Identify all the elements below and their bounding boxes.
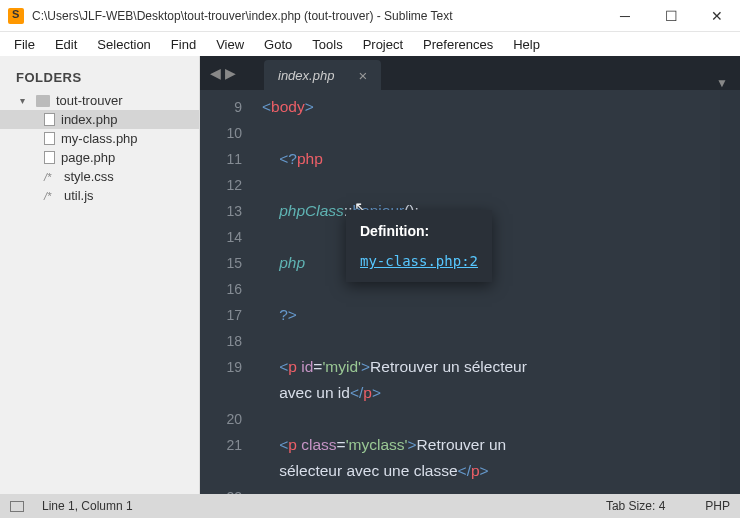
titlebar: C:\Users\JLF-WEB\Desktop\tout-trouver\in… bbox=[0, 0, 740, 32]
status-tabsize[interactable]: Tab Size: 4 bbox=[606, 499, 665, 513]
line-num: 11 bbox=[200, 146, 242, 172]
code-file-icon: /* bbox=[44, 190, 58, 202]
chevron-down-icon: ▾ bbox=[20, 95, 30, 106]
line-num: 9 bbox=[200, 94, 242, 120]
window-title: C:\Users\JLF-WEB\Desktop\tout-trouver\in… bbox=[32, 9, 602, 23]
line-num: 10 bbox=[200, 120, 242, 146]
tab-menu-icon[interactable]: ▼ bbox=[716, 76, 728, 90]
code-content[interactable]: <body> <?php phpClass::bonjour(); php ()… bbox=[254, 90, 740, 494]
line-num: 16 bbox=[200, 276, 242, 302]
tree-file-myclass[interactable]: my-class.php bbox=[0, 129, 199, 148]
folder-label: tout-trouver bbox=[56, 93, 122, 108]
menubar: File Edit Selection Find View Goto Tools… bbox=[0, 32, 740, 56]
tree-file-page[interactable]: page.php bbox=[0, 148, 199, 167]
line-num: 13 bbox=[200, 198, 242, 224]
status-language[interactable]: PHP bbox=[705, 499, 730, 513]
code-area[interactable]: 9 10 11 12 13 14 15 16 17 18 19 20 21 22… bbox=[200, 90, 740, 494]
file-icon bbox=[44, 132, 55, 145]
line-num: 20 bbox=[200, 406, 242, 432]
tab-index[interactable]: index.php × bbox=[264, 60, 381, 90]
status-position[interactable]: Line 1, Column 1 bbox=[42, 499, 566, 513]
close-button[interactable]: ✕ bbox=[694, 0, 740, 32]
window-controls: ─ ☐ ✕ bbox=[602, 0, 740, 32]
tabbar: ◀ ▶ index.php × ▼ bbox=[200, 56, 740, 90]
tree-file-util[interactable]: /* util.js bbox=[0, 186, 199, 205]
file-icon bbox=[44, 113, 55, 126]
maximize-button[interactable]: ☐ bbox=[648, 0, 694, 32]
menu-preferences[interactable]: Preferences bbox=[413, 35, 503, 54]
sidebar-header: FOLDERS bbox=[0, 64, 199, 91]
tab-forward-icon[interactable]: ▶ bbox=[225, 65, 236, 81]
tooltip-title: Definition: bbox=[360, 218, 478, 244]
line-num: 15 bbox=[200, 250, 242, 276]
tree-file-index[interactable]: index.php bbox=[0, 110, 199, 129]
menu-help[interactable]: Help bbox=[503, 35, 550, 54]
file-label: page.php bbox=[61, 150, 115, 165]
line-num: 18 bbox=[200, 328, 242, 354]
file-label: my-class.php bbox=[61, 131, 138, 146]
tree-folder-root[interactable]: ▾ tout-trouver bbox=[0, 91, 199, 110]
file-label: index.php bbox=[61, 112, 117, 127]
tab-back-icon[interactable]: ◀ bbox=[210, 65, 221, 81]
tree-file-style[interactable]: /* style.css bbox=[0, 167, 199, 186]
menu-find[interactable]: Find bbox=[161, 35, 206, 54]
file-label: util.js bbox=[64, 188, 94, 203]
minimap[interactable] bbox=[720, 90, 740, 494]
line-num: 14 bbox=[200, 224, 242, 250]
tab-nav: ◀ ▶ bbox=[200, 56, 246, 90]
sidebar: FOLDERS ▾ tout-trouver index.php my-clas… bbox=[0, 56, 200, 494]
line-num: 22 bbox=[200, 484, 242, 494]
app-icon bbox=[8, 8, 24, 24]
menu-file[interactable]: File bbox=[4, 35, 45, 54]
file-label: style.css bbox=[64, 169, 114, 184]
main-area: FOLDERS ▾ tout-trouver index.php my-clas… bbox=[0, 56, 740, 494]
code-file-icon: /* bbox=[44, 171, 58, 183]
line-num: 17 bbox=[200, 302, 242, 328]
gutter: 9 10 11 12 13 14 15 16 17 18 19 20 21 22… bbox=[200, 90, 254, 494]
tab-close-icon[interactable]: × bbox=[358, 67, 367, 84]
line-num: 19 bbox=[200, 354, 242, 406]
menu-tools[interactable]: Tools bbox=[302, 35, 352, 54]
menu-selection[interactable]: Selection bbox=[87, 35, 160, 54]
line-num: 12 bbox=[200, 172, 242, 198]
folder-icon bbox=[36, 95, 50, 107]
definition-tooltip: Definition: my-class.php:2 bbox=[346, 210, 492, 282]
menu-edit[interactable]: Edit bbox=[45, 35, 87, 54]
file-icon bbox=[44, 151, 55, 164]
tab-label: index.php bbox=[278, 68, 334, 83]
menu-project[interactable]: Project bbox=[353, 35, 413, 54]
panel-icon[interactable] bbox=[10, 501, 24, 512]
line-num: 21 bbox=[200, 432, 242, 484]
menu-goto[interactable]: Goto bbox=[254, 35, 302, 54]
statusbar: Line 1, Column 1 Tab Size: 4 PHP bbox=[0, 494, 740, 518]
minimize-button[interactable]: ─ bbox=[602, 0, 648, 32]
editor: ◀ ▶ index.php × ▼ 9 10 11 12 13 14 15 16… bbox=[200, 56, 740, 494]
tooltip-link[interactable]: my-class.php:2 bbox=[360, 253, 478, 269]
menu-view[interactable]: View bbox=[206, 35, 254, 54]
